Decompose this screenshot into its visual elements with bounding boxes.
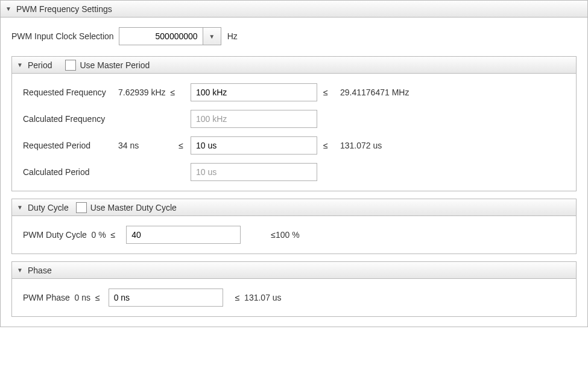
calculated-period-row: Calculated Period — [23, 163, 565, 181]
period-title: Period — [28, 60, 52, 70]
use-master-duty-label: Use Master Duty Cycle — [90, 203, 177, 212]
duty-cycle-title: Duty Cycle — [28, 203, 69, 212]
calculated-frequency-output — [191, 110, 317, 128]
phase-panel: ▼ Phase PWM Phase 0 ns ≤ ≤ 131.07 us — [11, 261, 577, 317]
requested-frequency-row: Requested Frequency 7.62939 kHz ≤ ≤ 29.4… — [23, 83, 565, 101]
period-header[interactable]: ▼ Period Use Master Period — [12, 57, 576, 74]
clock-label: PWM Input Clock Selection — [11, 31, 114, 41]
phase-header[interactable]: ▼ Phase — [12, 262, 576, 279]
requested-period-input[interactable] — [191, 136, 317, 155]
use-master-duty-checkbox[interactable] — [76, 202, 87, 213]
le-symbol: ≤ — [323, 141, 330, 150]
duty-cycle-panel: ▼ Duty Cycle Use Master Duty Cycle PWM D… — [11, 199, 577, 254]
use-master-period-checkbox[interactable] — [65, 60, 76, 71]
chevron-down-icon: ▼ — [209, 33, 215, 40]
period-body: Requested Frequency 7.62939 kHz ≤ ≤ 29.4… — [12, 74, 576, 191]
duty-cycle-body: PWM Duty Cycle 0 % ≤ ≤100 % — [12, 216, 576, 254]
use-master-period-label: Use Master Period — [80, 60, 150, 70]
phase-input[interactable] — [109, 289, 223, 307]
collapse-icon: ▼ — [17, 204, 23, 211]
requested-period-max: 131.072 us — [337, 141, 382, 150]
phase-label: PWM Phase 0 ns ≤ — [23, 293, 100, 302]
requested-period-label: Requested Period — [23, 141, 112, 150]
duty-cycle-label: PWM Duty Cycle 0 % ≤ — [23, 230, 115, 240]
phase-title: Phase — [28, 266, 52, 275]
requested-period-min: 34 ns ≤ — [118, 141, 185, 150]
collapse-icon: ▼ — [17, 62, 23, 68]
requested-frequency-label: Requested Frequency — [23, 88, 112, 97]
requested-frequency-max: 29.41176471 MHz — [337, 88, 409, 97]
panel-title: PWM Frequency Settings — [16, 4, 112, 14]
collapse-icon: ▼ — [17, 267, 23, 273]
phase-body: PWM Phase 0 ns ≤ ≤ 131.07 us — [12, 279, 576, 316]
period-panel: ▼ Period Use Master Period Requested Fre… — [11, 56, 577, 191]
panel-body: PWM Input Clock Selection ▼ Hz ▼ Period … — [1, 18, 587, 327]
duty-cycle-max: ≤100 % — [271, 230, 299, 240]
clock-input[interactable] — [119, 27, 203, 45]
pwm-frequency-settings-panel: ▼ PWM Frequency Settings PWM Input Clock… — [0, 0, 588, 327]
duty-cycle-header[interactable]: ▼ Duty Cycle Use Master Duty Cycle — [12, 199, 576, 216]
clock-dropdown-button[interactable]: ▼ — [203, 27, 221, 45]
requested-frequency-min: 7.62939 kHz ≤ — [118, 88, 185, 97]
calculated-frequency-row: Calculated Frequency — [23, 110, 565, 128]
clock-unit: Hz — [227, 31, 238, 41]
pwm-frequency-settings-header[interactable]: ▼ PWM Frequency Settings — [1, 1, 587, 18]
le-symbol: ≤ — [323, 88, 330, 97]
use-master-duty-wrap: Use Master Duty Cycle — [76, 202, 177, 213]
duty-cycle-row: PWM Duty Cycle 0 % ≤ ≤100 % — [23, 226, 565, 244]
duty-cycle-input[interactable] — [126, 226, 241, 244]
phase-max: ≤ 131.07 us — [235, 293, 282, 302]
requested-period-row: Requested Period 34 ns ≤ ≤ 131.072 us — [23, 136, 565, 155]
clock-row: PWM Input Clock Selection ▼ Hz — [11, 27, 577, 45]
collapse-icon: ▼ — [5, 5, 11, 12]
phase-row: PWM Phase 0 ns ≤ ≤ 131.07 us — [23, 289, 565, 307]
calculated-frequency-label: Calculated Frequency — [23, 114, 112, 124]
requested-frequency-input[interactable] — [191, 83, 317, 101]
calculated-period-output — [191, 163, 317, 181]
use-master-period-wrap: Use Master Period — [65, 60, 150, 71]
calculated-period-label: Calculated Period — [23, 167, 112, 177]
